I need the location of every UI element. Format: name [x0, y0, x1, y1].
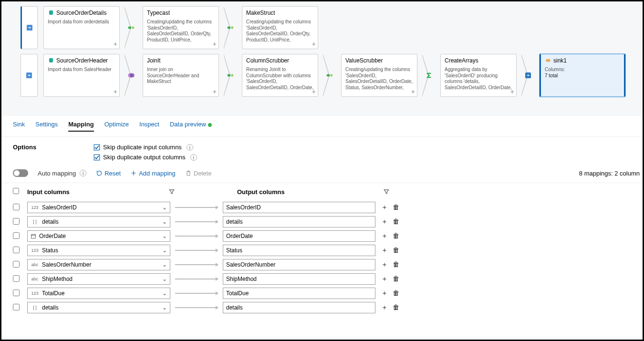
row-checkbox[interactable] [13, 204, 20, 210]
info-icon[interactable]: i [187, 144, 193, 151]
node-title: SourceOrderHeader [56, 57, 108, 64]
svg-rect-12 [327, 74, 330, 77]
add-step-icon[interactable]: + [312, 40, 316, 48]
output-column-input[interactable]: ShipMethod [223, 273, 375, 285]
output-column-input[interactable]: SalesOrderNumber [223, 259, 375, 270]
delete-button[interactable]: Delete [185, 170, 212, 177]
input-column-select[interactable]: [ ]details⌄ [27, 216, 170, 227]
mapping-header: Input columns Output columns [1, 183, 643, 200]
add-sub-mapping-button[interactable]: ＋ [381, 260, 388, 269]
row-checkbox[interactable] [13, 304, 20, 310]
tab-settings[interactable]: Settings [35, 121, 58, 132]
tab-mapping[interactable]: Mapping [68, 121, 93, 132]
add-step-icon[interactable]: + [114, 40, 117, 48]
input-column-select[interactable]: [ ]details⌄ [27, 302, 170, 313]
join-icon [127, 71, 135, 80]
add-mapping-button[interactable]: Add mapping [130, 170, 176, 177]
mapping-rows: 123SalesOrderID⌄SalesOrderID＋🗑[ ]details… [1, 200, 643, 315]
row-checkbox[interactable] [13, 247, 20, 253]
delete-row-button[interactable]: 🗑 [393, 203, 399, 212]
node-makestruct[interactable]: MakeStruct Creating/updating the columns… [242, 6, 318, 49]
input-column-select[interactable]: abcSalesOrderNumber⌄ [27, 259, 170, 270]
add-sub-mapping-button[interactable]: ＋ [381, 289, 388, 298]
flow-canvas[interactable]: SourceOrderDetails Import data from orde… [1, 1, 643, 116]
add-sub-mapping-button[interactable]: ＋ [381, 203, 388, 212]
input-column-select[interactable]: 123Status⌄ [27, 245, 170, 256]
node-columnscrubber[interactable]: ColumnScrubber Renaming JoinIt to Column… [242, 54, 318, 97]
checkbox-label: Skip duplicate output columns [103, 154, 186, 161]
add-step-icon[interactable]: + [510, 88, 514, 95]
output-column-input[interactable]: Status [223, 245, 375, 256]
plus-icon [130, 170, 137, 176]
row-checkbox[interactable] [13, 289, 20, 296]
type-badge: 123 [31, 291, 39, 296]
add-step-icon[interactable]: + [213, 88, 217, 95]
mapping-arrow-icon [175, 307, 218, 308]
add-sub-mapping-button[interactable]: ＋ [381, 275, 388, 283]
row-checkbox[interactable] [13, 232, 20, 239]
reset-button[interactable]: Reset [96, 170, 121, 177]
tab-optimize[interactable]: Optimize [104, 121, 129, 132]
row-checkbox[interactable] [13, 218, 20, 225]
panel-tabs: Sink Settings Mapping Optimize Inspect D… [1, 116, 643, 137]
info-icon[interactable]: i [80, 170, 86, 176]
mapping-row: 123SalesOrderID⌄SalesOrderID＋🗑 [13, 200, 631, 215]
tab-data-preview[interactable]: Data preview [170, 121, 212, 132]
row-checkbox[interactable] [13, 261, 20, 268]
input-column-select[interactable]: 123TotalDue⌄ [27, 288, 170, 299]
checkbox-skip-dup-input[interactable]: Skip duplicate input columns i [93, 144, 197, 151]
add-sub-mapping-button[interactable]: ＋ [381, 246, 388, 255]
source-stub-bottom[interactable] [21, 54, 38, 97]
output-column-value: OrderDate [226, 233, 253, 239]
source-stub-top[interactable] [21, 6, 38, 49]
add-step-icon[interactable]: + [312, 88, 316, 95]
node-sourceorderheader[interactable]: SourceOrderHeader Import data from Sales… [43, 54, 120, 97]
mapping-row: OrderDate⌄OrderDate＋🗑 [13, 229, 631, 243]
input-column-select[interactable]: abcShipMethod⌄ [27, 273, 170, 285]
mapping-row: abcSalesOrderNumber⌄SalesOrderNumber＋🗑 [13, 258, 631, 272]
delete-row-button[interactable]: 🗑 [393, 303, 399, 312]
row-checkbox[interactable] [13, 275, 20, 282]
node-sourceorderdetails[interactable]: SourceOrderDetails Import data from orde… [43, 6, 120, 49]
input-column-select[interactable]: 123SalesOrderID⌄ [27, 202, 170, 213]
node-sink1[interactable]: sink1 Columns: 7 total [540, 54, 625, 97]
type-badge: 123 [31, 205, 39, 210]
delete-row-button[interactable]: 🗑 [393, 217, 399, 226]
info-icon[interactable]: i [190, 154, 197, 161]
delete-row-button[interactable]: 🗑 [393, 289, 399, 298]
delete-row-button[interactable]: 🗑 [393, 275, 399, 283]
tab-sink[interactable]: Sink [13, 121, 25, 132]
add-step-icon[interactable]: + [114, 88, 117, 95]
node-typecast[interactable]: Typecast Creating/updating the columns '… [143, 6, 219, 49]
node-desc: Creating/updating the columns 'SalesOrde… [147, 19, 215, 47]
add-sub-mapping-button[interactable]: ＋ [381, 232, 388, 240]
mapping-arrow-icon [175, 221, 218, 222]
tab-inspect[interactable]: Inspect [139, 121, 159, 132]
add-step-icon[interactable]: + [411, 88, 415, 95]
type-badge: [ ] [31, 219, 39, 224]
node-valuescrubber[interactable]: ValueScrubber Creating/updating the colu… [341, 54, 417, 97]
sigma-icon [425, 71, 433, 80]
node-joinit[interactable]: JoinIt Inner join on SourceOrderHeader a… [143, 54, 219, 97]
chevron-down-icon: ⌄ [162, 304, 167, 311]
output-column-input[interactable]: TotalDue [223, 288, 375, 299]
output-column-input[interactable]: OrderDate [223, 230, 375, 242]
input-column-select[interactable]: OrderDate⌄ [27, 230, 170, 242]
select-all-checkbox[interactable] [13, 188, 19, 194]
output-column-value: SalesOrderID [226, 204, 261, 211]
delete-row-button[interactable]: 🗑 [393, 260, 399, 269]
filter-icon[interactable] [383, 188, 390, 195]
automap-toggle[interactable] [13, 169, 28, 177]
add-sub-mapping-button[interactable]: ＋ [381, 217, 388, 226]
delete-row-button[interactable]: 🗑 [393, 246, 399, 255]
delete-row-button[interactable]: 🗑 [393, 232, 399, 240]
output-column-input[interactable]: details [223, 302, 375, 313]
add-sub-mapping-button[interactable]: ＋ [381, 303, 388, 312]
filter-icon[interactable] [168, 188, 175, 195]
node-createarrays[interactable]: CreateArrays Aggregating data by 'SalesO… [440, 54, 517, 97]
svg-rect-11 [231, 74, 234, 77]
output-column-input[interactable]: SalesOrderID [223, 202, 375, 213]
add-step-icon[interactable]: + [213, 40, 217, 48]
checkbox-skip-dup-output[interactable]: Skip duplicate output columns i [93, 154, 197, 161]
output-column-input[interactable]: details [223, 216, 375, 227]
